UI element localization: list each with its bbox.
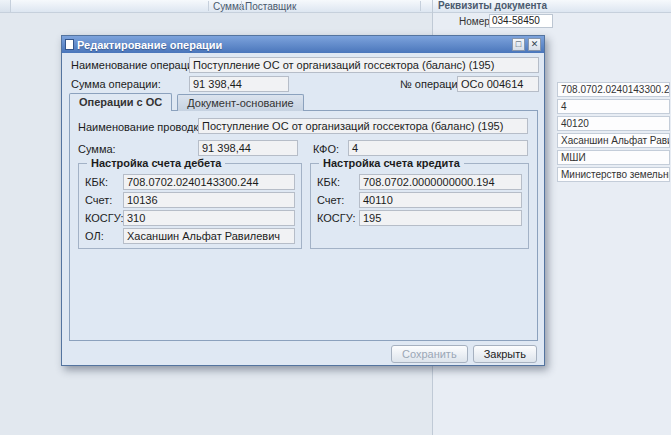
doc-field-account[interactable]: 40120 bbox=[557, 116, 670, 131]
grid-corner-cell[interactable] bbox=[0, 0, 11, 12]
close-button[interactable]: Закрыть bbox=[473, 345, 537, 363]
credit-groupbox-title: Настройка счета кредита bbox=[319, 157, 464, 169]
application-window: Сумма Поставщик Реквизиты документа Номе… bbox=[0, 0, 671, 435]
credit-groupbox: Настройка счета кредита КБК: 708.0702.00… bbox=[310, 163, 529, 249]
posting-name-field[interactable]: Поступление ОС от организаций госсектора… bbox=[198, 118, 528, 134]
doc-number-field[interactable]: 034-58450 bbox=[489, 14, 553, 28]
kfo-label: КФО: bbox=[313, 143, 339, 155]
dialog-button-row: Сохранить Закрыть bbox=[391, 345, 537, 363]
operation-name-field[interactable]: Поступление ОС от организаций госсектора… bbox=[189, 57, 539, 73]
grid-column-summa[interactable]: Сумма bbox=[213, 1, 244, 12]
column-separator bbox=[241, 1, 242, 11]
tab-operations-os[interactable]: Операции с ОС bbox=[69, 93, 172, 111]
grid-column-postavshik[interactable]: Поставщик bbox=[245, 1, 296, 12]
close-icon[interactable]: ✕ bbox=[528, 38, 541, 51]
sum-label: Сумма: bbox=[78, 143, 116, 155]
tab-document-basis[interactable]: Документ-основание bbox=[177, 94, 303, 111]
posting-name-label: Наименование проводки: bbox=[78, 121, 208, 133]
doc-field-org-full[interactable]: Министерство земельных и имущ bbox=[557, 167, 670, 182]
kfo-field[interactable]: 4 bbox=[348, 140, 528, 156]
document-icon bbox=[65, 39, 74, 50]
credit-kbk-label: КБК: bbox=[317, 176, 340, 188]
column-separator bbox=[420, 1, 421, 11]
debit-account-field[interactable]: 10136 bbox=[123, 192, 295, 208]
debit-ol-field[interactable]: Хасаншин Альфат Равилевич bbox=[123, 228, 295, 244]
credit-kbk-field[interactable]: 708.0702.0000000000.194 bbox=[359, 174, 522, 190]
grid-header: Сумма Поставщик bbox=[0, 0, 432, 13]
operations-tab-panel: Наименование проводки: Поступление ОС от… bbox=[69, 110, 538, 341]
doc-field-org-short[interactable]: МШИ bbox=[557, 150, 670, 165]
debit-groupbox: Настройка счета дебета КБК: 708.0702.024… bbox=[78, 163, 302, 249]
credit-account-label: Счет: bbox=[317, 194, 344, 206]
debit-kbk-label: КБК: bbox=[85, 176, 108, 188]
debit-kbk-field[interactable]: 708.0702.0240143300.244 bbox=[123, 174, 295, 190]
column-separator bbox=[208, 1, 209, 11]
restore-icon[interactable]: □ bbox=[512, 38, 525, 51]
operation-name-label: Наименование операции: bbox=[71, 59, 202, 71]
save-button[interactable]: Сохранить bbox=[391, 345, 468, 363]
credit-kosgu-label: КОСГУ: bbox=[317, 212, 356, 224]
doc-field-kbk[interactable]: 708.0702.0240143300.244 bbox=[557, 82, 670, 97]
debit-ol-label: ОЛ: bbox=[85, 230, 104, 242]
doc-field-kfo[interactable]: 4 bbox=[557, 99, 670, 114]
debit-kosgu-field[interactable]: 310 bbox=[123, 210, 295, 226]
debit-kosgu-label: КОСГУ: bbox=[85, 212, 124, 224]
sum-field[interactable]: 91 398,44 bbox=[198, 140, 298, 156]
credit-account-field[interactable]: 40110 bbox=[359, 192, 522, 208]
operation-number-field[interactable]: ОСо 004614 bbox=[457, 76, 539, 92]
operation-sum-field[interactable]: 91 398,44 bbox=[189, 76, 289, 92]
doc-number-label: Номер: bbox=[459, 16, 493, 27]
dialog-tabs: Операции с ОС Документ-основание bbox=[69, 93, 306, 111]
debit-groupbox-title: Настройка счета дебета bbox=[87, 157, 225, 169]
doc-field-person[interactable]: Хасаншин Альфат Равилевич bbox=[557, 133, 670, 148]
dialog-titlebar[interactable]: Редактирование операции □ ✕ bbox=[62, 36, 544, 53]
credit-kosgu-field[interactable]: 195 bbox=[359, 210, 522, 226]
document-details-title: Реквизиты документа bbox=[433, 0, 671, 13]
operation-sum-label: Сумма операции: bbox=[71, 78, 161, 90]
edit-operation-dialog: Редактирование операции □ ✕ Наименование… bbox=[61, 35, 545, 366]
debit-account-label: Счет: bbox=[85, 194, 112, 206]
dialog-title: Редактирование операции bbox=[77, 39, 509, 51]
